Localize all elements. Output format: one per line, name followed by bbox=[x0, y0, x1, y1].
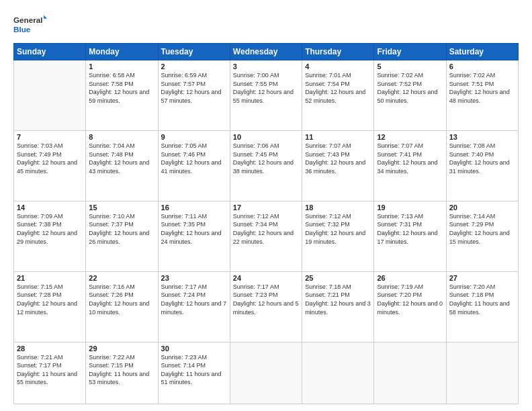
day-info: Sunrise: 7:09 AMSunset: 7:38 PMDaylight:… bbox=[17, 212, 83, 246]
day-info: Sunrise: 7:13 AMSunset: 7:31 PMDaylight:… bbox=[377, 212, 443, 246]
calendar-cell: 3 Sunrise: 7:00 AMSunset: 7:55 PMDayligh… bbox=[230, 60, 302, 131]
day-number: 20 bbox=[449, 203, 515, 212]
calendar-cell: 9 Sunrise: 7:05 AMSunset: 7:46 PMDayligh… bbox=[158, 130, 230, 201]
day-number: 1 bbox=[89, 62, 154, 71]
day-number: 10 bbox=[233, 133, 299, 141]
weekday-header-sunday: Sunday bbox=[14, 44, 86, 60]
week-row-5: 28 Sunrise: 7:21 AMSunset: 7:17 PMDaylig… bbox=[14, 342, 519, 404]
svg-marker-3 bbox=[44, 15, 47, 19]
day-info: Sunrise: 7:15 AMSunset: 7:28 PMDaylight:… bbox=[17, 283, 83, 316]
calendar-cell: 4 Sunrise: 7:01 AMSunset: 7:54 PMDayligh… bbox=[302, 60, 374, 131]
day-number: 14 bbox=[17, 203, 83, 212]
day-info: Sunrise: 7:10 AMSunset: 7:37 PMDaylight:… bbox=[89, 212, 154, 246]
logo-svg: General Blue bbox=[13, 12, 47, 38]
day-number: 27 bbox=[449, 274, 515, 282]
day-info: Sunrise: 7:01 AMSunset: 7:54 PMDaylight:… bbox=[305, 71, 371, 105]
calendar-cell: 24 Sunrise: 7:17 AMSunset: 7:23 PMDaylig… bbox=[230, 271, 302, 342]
day-number: 16 bbox=[161, 203, 227, 212]
week-row-3: 14 Sunrise: 7:09 AMSunset: 7:38 PMDaylig… bbox=[14, 201, 519, 271]
svg-text:General: General bbox=[13, 16, 42, 25]
day-number: 25 bbox=[305, 274, 371, 282]
day-info: Sunrise: 7:22 AMSunset: 7:15 PMDaylight:… bbox=[89, 353, 154, 387]
day-info: Sunrise: 7:20 AMSunset: 7:18 PMDaylight:… bbox=[449, 283, 515, 316]
calendar-cell: 16 Sunrise: 7:11 AMSunset: 7:35 PMDaylig… bbox=[158, 201, 230, 271]
day-info: Sunrise: 7:08 AMSunset: 7:40 PMDaylight:… bbox=[449, 142, 515, 175]
calendar-cell: 6 Sunrise: 7:02 AMSunset: 7:51 PMDayligh… bbox=[446, 60, 518, 131]
calendar-cell bbox=[302, 342, 374, 404]
calendar-cell: 1 Sunrise: 6:58 AMSunset: 7:58 PMDayligh… bbox=[86, 60, 158, 131]
day-number: 7 bbox=[17, 133, 83, 141]
calendar-cell: 15 Sunrise: 7:10 AMSunset: 7:37 PMDaylig… bbox=[86, 201, 158, 271]
calendar-cell bbox=[374, 342, 446, 404]
calendar-cell: 28 Sunrise: 7:21 AMSunset: 7:17 PMDaylig… bbox=[14, 342, 86, 404]
header: General Blue bbox=[13, 12, 519, 38]
day-number: 26 bbox=[377, 274, 443, 282]
day-info: Sunrise: 7:16 AMSunset: 7:26 PMDaylight:… bbox=[89, 283, 154, 316]
weekday-header-monday: Monday bbox=[86, 44, 158, 60]
calendar-cell: 14 Sunrise: 7:09 AMSunset: 7:38 PMDaylig… bbox=[14, 201, 86, 271]
day-info: Sunrise: 7:06 AMSunset: 7:45 PMDaylight:… bbox=[233, 142, 299, 175]
calendar-cell: 23 Sunrise: 7:17 AMSunset: 7:24 PMDaylig… bbox=[158, 271, 230, 342]
day-info: Sunrise: 6:59 AMSunset: 7:57 PMDaylight:… bbox=[161, 71, 227, 105]
calendar-table: SundayMondayTuesdayWednesdayThursdayFrid… bbox=[13, 43, 519, 404]
day-number: 13 bbox=[449, 133, 515, 141]
calendar-cell: 7 Sunrise: 7:03 AMSunset: 7:49 PMDayligh… bbox=[14, 130, 86, 201]
weekday-header-row: SundayMondayTuesdayWednesdayThursdayFrid… bbox=[14, 44, 519, 60]
week-row-1: 1 Sunrise: 6:58 AMSunset: 7:58 PMDayligh… bbox=[14, 60, 519, 131]
day-number: 22 bbox=[89, 274, 154, 282]
weekday-header-wednesday: Wednesday bbox=[230, 44, 302, 60]
logo: General Blue bbox=[13, 12, 47, 38]
day-info: Sunrise: 7:17 AMSunset: 7:24 PMDaylight:… bbox=[161, 283, 227, 316]
calendar-cell: 8 Sunrise: 7:04 AMSunset: 7:48 PMDayligh… bbox=[86, 130, 158, 201]
calendar-cell: 27 Sunrise: 7:20 AMSunset: 7:18 PMDaylig… bbox=[446, 271, 518, 342]
day-number: 6 bbox=[449, 62, 515, 71]
day-info: Sunrise: 7:19 AMSunset: 7:20 PMDaylight:… bbox=[377, 283, 443, 316]
svg-text:Blue: Blue bbox=[13, 25, 31, 34]
day-info: Sunrise: 7:17 AMSunset: 7:23 PMDaylight:… bbox=[233, 283, 299, 316]
day-info: Sunrise: 7:03 AMSunset: 7:49 PMDaylight:… bbox=[17, 142, 83, 175]
day-number: 29 bbox=[89, 345, 154, 353]
calendar-cell: 19 Sunrise: 7:13 AMSunset: 7:31 PMDaylig… bbox=[374, 201, 446, 271]
day-number: 4 bbox=[305, 62, 371, 71]
day-number: 24 bbox=[233, 274, 299, 282]
calendar-cell: 11 Sunrise: 7:07 AMSunset: 7:43 PMDaylig… bbox=[302, 130, 374, 201]
calendar-cell: 20 Sunrise: 7:14 AMSunset: 7:29 PMDaylig… bbox=[446, 201, 518, 271]
day-info: Sunrise: 7:07 AMSunset: 7:41 PMDaylight:… bbox=[377, 142, 443, 175]
day-info: Sunrise: 7:00 AMSunset: 7:55 PMDaylight:… bbox=[233, 71, 299, 105]
day-info: Sunrise: 7:18 AMSunset: 7:21 PMDaylight:… bbox=[305, 283, 371, 316]
calendar-cell: 18 Sunrise: 7:12 AMSunset: 7:32 PMDaylig… bbox=[302, 201, 374, 271]
day-number: 3 bbox=[233, 62, 299, 71]
calendar-cell: 26 Sunrise: 7:19 AMSunset: 7:20 PMDaylig… bbox=[374, 271, 446, 342]
day-info: Sunrise: 7:14 AMSunset: 7:29 PMDaylight:… bbox=[449, 212, 515, 246]
day-number: 17 bbox=[233, 203, 299, 212]
day-number: 8 bbox=[89, 133, 154, 141]
calendar-cell: 5 Sunrise: 7:02 AMSunset: 7:52 PMDayligh… bbox=[374, 60, 446, 131]
day-number: 21 bbox=[17, 274, 83, 282]
day-number: 9 bbox=[161, 133, 227, 141]
week-row-4: 21 Sunrise: 7:15 AMSunset: 7:28 PMDaylig… bbox=[14, 271, 519, 342]
day-info: Sunrise: 7:05 AMSunset: 7:46 PMDaylight:… bbox=[161, 142, 227, 175]
calendar-cell: 21 Sunrise: 7:15 AMSunset: 7:28 PMDaylig… bbox=[14, 271, 86, 342]
weekday-header-tuesday: Tuesday bbox=[158, 44, 230, 60]
day-info: Sunrise: 7:02 AMSunset: 7:51 PMDaylight:… bbox=[449, 71, 515, 105]
day-info: Sunrise: 6:58 AMSunset: 7:58 PMDaylight:… bbox=[89, 71, 154, 105]
calendar-cell: 17 Sunrise: 7:12 AMSunset: 7:34 PMDaylig… bbox=[230, 201, 302, 271]
calendar-cell: 29 Sunrise: 7:22 AMSunset: 7:15 PMDaylig… bbox=[86, 342, 158, 404]
day-number: 18 bbox=[305, 203, 371, 212]
weekday-header-friday: Friday bbox=[374, 44, 446, 60]
day-info: Sunrise: 7:02 AMSunset: 7:52 PMDaylight:… bbox=[377, 71, 443, 105]
day-number: 2 bbox=[161, 62, 227, 71]
day-info: Sunrise: 7:04 AMSunset: 7:48 PMDaylight:… bbox=[89, 142, 154, 175]
calendar-cell: 10 Sunrise: 7:06 AMSunset: 7:45 PMDaylig… bbox=[230, 130, 302, 201]
day-number: 23 bbox=[161, 274, 227, 282]
day-info: Sunrise: 7:21 AMSunset: 7:17 PMDaylight:… bbox=[17, 353, 83, 387]
day-number: 19 bbox=[377, 203, 443, 212]
weekday-header-thursday: Thursday bbox=[302, 44, 374, 60]
calendar-cell: 22 Sunrise: 7:16 AMSunset: 7:26 PMDaylig… bbox=[86, 271, 158, 342]
weekday-header-saturday: Saturday bbox=[446, 44, 518, 60]
page: General Blue SundayMondayTuesdayWednesda… bbox=[0, 0, 532, 411]
day-number: 5 bbox=[377, 62, 443, 71]
day-info: Sunrise: 7:12 AMSunset: 7:34 PMDaylight:… bbox=[233, 212, 299, 246]
day-info: Sunrise: 7:11 AMSunset: 7:35 PMDaylight:… bbox=[161, 212, 227, 246]
day-info: Sunrise: 7:23 AMSunset: 7:14 PMDaylight:… bbox=[161, 353, 227, 387]
